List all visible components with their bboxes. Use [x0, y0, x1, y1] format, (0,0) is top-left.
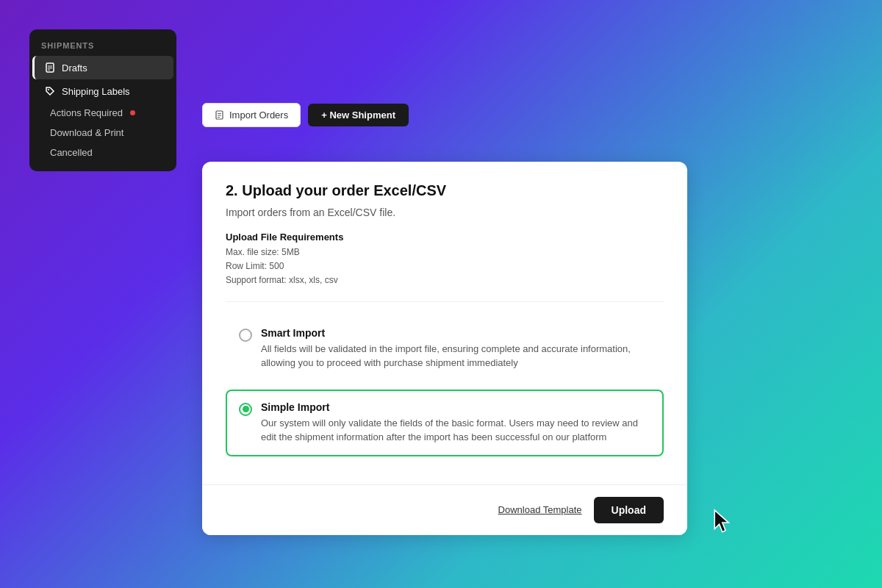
sidebar-item-download-print[interactable]: Download & Print [29, 123, 176, 143]
card-subtitle: Import orders from an Excel/CSV file. [226, 207, 664, 218]
row-limit: Row Limit: 500 [226, 259, 664, 273]
download-template-button[interactable]: Download Template [498, 504, 582, 515]
sidebar-item-shipping-labels[interactable]: Shipping Labels [32, 79, 173, 103]
card-body: 2. Upload your order Excel/CSV Import or… [202, 162, 687, 484]
import-doc-icon [215, 110, 225, 121]
smart-import-radio[interactable] [239, 329, 252, 342]
new-shipment-label: + New Shipment [321, 110, 395, 121]
simple-import-option[interactable]: Simple Import Our system will only valid… [226, 390, 664, 456]
main-card: 2. Upload your order Excel/CSV Import or… [202, 162, 687, 535]
cancelled-label: Cancelled [50, 147, 93, 158]
card-title: 2. Upload your order Excel/CSV [226, 182, 664, 199]
smart-import-content: Smart Import All fields will be validate… [261, 327, 650, 370]
divider [226, 301, 664, 302]
sidebar-item-cancelled[interactable]: Cancelled [29, 143, 176, 162]
support-format: Support format: xlsx, xls, csv [226, 273, 664, 287]
upload-label: Upload [612, 504, 646, 516]
sidebar-item-drafts[interactable]: Drafts [32, 56, 173, 79]
actions-required-badge [130, 110, 135, 115]
requirements-title: Upload File Requirements [226, 232, 664, 243]
upload-button[interactable]: Upload [594, 497, 664, 523]
new-shipment-button[interactable]: + New Shipment [308, 104, 409, 126]
svg-point-4 [48, 89, 49, 90]
tag-icon [44, 85, 56, 97]
sidebar-item-actions-required[interactable]: Actions Required [29, 103, 176, 123]
simple-import-desc: Our system will only validate the fields… [261, 416, 650, 445]
smart-import-desc: All fields will be validated in the impo… [261, 342, 650, 370]
simple-import-label: Simple Import [261, 401, 650, 413]
svg-rect-5 [216, 111, 223, 119]
sidebar-item-drafts-label: Drafts [62, 62, 87, 74]
sidebar-item-shipping-labels-label: Shipping Labels [62, 86, 130, 97]
sidebar: SHIPMENTS Drafts Shipping Labels Actions… [29, 29, 176, 171]
actions-required-label: Actions Required [50, 107, 123, 118]
import-orders-label: Import Orders [229, 110, 288, 121]
max-file-size: Max. file size: 5MB [226, 245, 664, 259]
download-print-label: Download & Print [50, 127, 123, 138]
document-icon [44, 62, 56, 74]
card-footer: Download Template Upload [202, 484, 687, 535]
simple-import-radio[interactable] [239, 403, 252, 416]
header-bar: Import Orders + New Shipment [202, 103, 409, 127]
upload-requirements: Upload File Requirements Max. file size:… [226, 232, 664, 288]
simple-import-content: Simple Import Our system will only valid… [261, 401, 650, 445]
sidebar-section-label: SHIPMENTS [29, 38, 176, 56]
import-orders-button[interactable]: Import Orders [202, 103, 301, 127]
download-template-label: Download Template [498, 504, 582, 515]
smart-import-option[interactable]: Smart Import All fields will be validate… [226, 315, 664, 382]
smart-import-label: Smart Import [261, 327, 650, 339]
